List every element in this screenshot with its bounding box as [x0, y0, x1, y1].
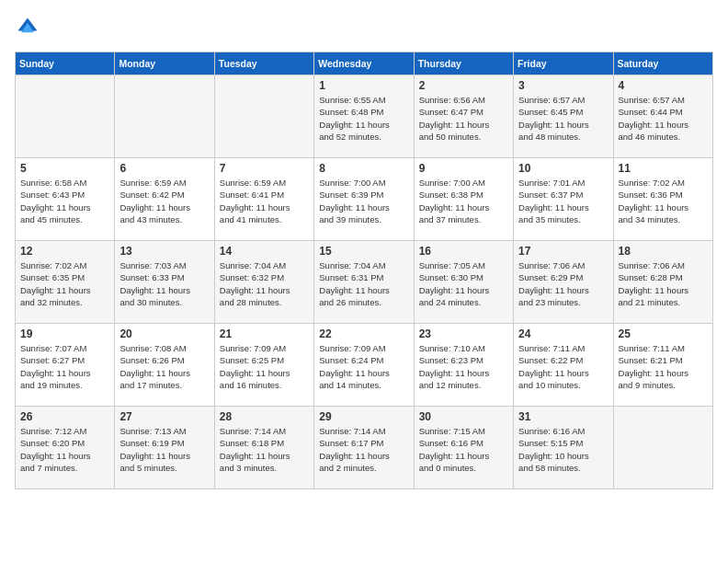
calendar-cell: [214, 75, 313, 158]
day-info: Sunrise: 7:06 AM Sunset: 6:29 PM Dayligh…: [518, 259, 608, 308]
calendar-cell: [613, 407, 712, 489]
day-info: Sunrise: 7:05 AM Sunset: 6:30 PM Dayligh…: [419, 259, 508, 308]
day-info: Sunrise: 7:04 AM Sunset: 6:32 PM Dayligh…: [220, 259, 309, 308]
day-number: 3: [518, 79, 608, 92]
day-info: Sunrise: 7:10 AM Sunset: 6:23 PM Dayligh…: [419, 342, 508, 391]
day-info: Sunrise: 6:57 AM Sunset: 6:44 PM Dayligh…: [619, 94, 708, 143]
day-number: 18: [619, 245, 708, 258]
day-number: 5: [20, 162, 109, 175]
day-info: Sunrise: 7:09 AM Sunset: 6:25 PM Dayligh…: [220, 342, 309, 391]
calendar-cell: 14Sunrise: 7:04 AM Sunset: 6:32 PM Dayli…: [214, 241, 313, 324]
day-number: 26: [20, 410, 109, 423]
calendar-week-row: 26Sunrise: 7:12 AM Sunset: 6:20 PM Dayli…: [16, 407, 713, 489]
calendar-cell: 2Sunrise: 6:56 AM Sunset: 6:47 PM Daylig…: [414, 75, 513, 158]
day-number: 4: [619, 79, 708, 92]
day-info: Sunrise: 7:03 AM Sunset: 6:33 PM Dayligh…: [119, 259, 209, 308]
calendar-cell: 22Sunrise: 7:09 AM Sunset: 6:24 PM Dayli…: [314, 324, 414, 407]
day-header-saturday: Saturday: [613, 52, 712, 75]
day-number: 16: [419, 245, 508, 258]
day-info: Sunrise: 7:02 AM Sunset: 6:35 PM Dayligh…: [20, 259, 109, 308]
calendar-cell: 28Sunrise: 7:14 AM Sunset: 6:18 PM Dayli…: [214, 407, 313, 489]
calendar-cell: 31Sunrise: 6:16 AM Sunset: 5:15 PM Dayli…: [514, 407, 613, 489]
day-header-sunday: Sunday: [16, 52, 115, 75]
day-number: 8: [319, 162, 408, 175]
day-number: 28: [220, 410, 309, 423]
calendar-cell: 23Sunrise: 7:10 AM Sunset: 6:23 PM Dayli…: [414, 324, 513, 407]
day-number: 9: [419, 162, 508, 175]
day-info: Sunrise: 6:59 AM Sunset: 6:42 PM Dayligh…: [119, 177, 209, 225]
calendar-cell: 17Sunrise: 7:06 AM Sunset: 6:29 PM Dayli…: [514, 241, 613, 324]
day-number: 23: [419, 327, 508, 340]
day-header-wednesday: Wednesday: [314, 52, 414, 75]
day-info: Sunrise: 7:15 AM Sunset: 6:16 PM Dayligh…: [419, 425, 508, 474]
calendar-cell: 15Sunrise: 7:04 AM Sunset: 6:31 PM Dayli…: [314, 241, 414, 324]
day-info: Sunrise: 7:09 AM Sunset: 6:24 PM Dayligh…: [319, 342, 408, 391]
day-info: Sunrise: 6:16 AM Sunset: 5:15 PM Dayligh…: [518, 425, 608, 474]
day-number: 12: [20, 245, 109, 258]
day-info: Sunrise: 7:08 AM Sunset: 6:26 PM Dayligh…: [119, 342, 209, 391]
day-number: 17: [518, 245, 608, 258]
calendar-cell: 12Sunrise: 7:02 AM Sunset: 6:35 PM Dayli…: [16, 241, 115, 324]
calendar-cell: 21Sunrise: 7:09 AM Sunset: 6:25 PM Dayli…: [214, 324, 313, 407]
calendar-cell: [115, 75, 214, 158]
day-info: Sunrise: 7:12 AM Sunset: 6:20 PM Dayligh…: [20, 425, 109, 474]
day-info: Sunrise: 7:06 AM Sunset: 6:28 PM Dayligh…: [619, 259, 708, 308]
calendar-cell: [16, 75, 115, 158]
day-info: Sunrise: 7:13 AM Sunset: 6:19 PM Dayligh…: [119, 425, 209, 474]
day-number: 2: [419, 79, 508, 92]
calendar-cell: 27Sunrise: 7:13 AM Sunset: 6:19 PM Dayli…: [115, 407, 214, 489]
day-info: Sunrise: 7:04 AM Sunset: 6:31 PM Dayligh…: [319, 259, 408, 308]
calendar-week-row: 1Sunrise: 6:55 AM Sunset: 6:48 PM Daylig…: [16, 75, 713, 158]
calendar-cell: 4Sunrise: 6:57 AM Sunset: 6:44 PM Daylig…: [613, 75, 712, 158]
day-header-monday: Monday: [115, 52, 214, 75]
day-number: 15: [319, 245, 408, 258]
day-info: Sunrise: 7:11 AM Sunset: 6:21 PM Dayligh…: [619, 342, 708, 391]
calendar-cell: 25Sunrise: 7:11 AM Sunset: 6:21 PM Dayli…: [613, 324, 712, 407]
day-info: Sunrise: 6:57 AM Sunset: 6:45 PM Dayligh…: [518, 94, 608, 143]
day-info: Sunrise: 7:01 AM Sunset: 6:37 PM Dayligh…: [518, 177, 608, 225]
day-number: 30: [419, 410, 508, 423]
day-number: 7: [220, 162, 309, 175]
day-number: 20: [119, 327, 209, 340]
day-number: 13: [119, 245, 209, 258]
day-number: 10: [518, 162, 608, 175]
calendar-cell: 8Sunrise: 7:00 AM Sunset: 6:39 PM Daylig…: [314, 158, 414, 241]
calendar-table: SundayMondayTuesdayWednesdayThursdayFrid…: [15, 52, 713, 489]
calendar-cell: 7Sunrise: 6:59 AM Sunset: 6:41 PM Daylig…: [214, 158, 313, 241]
calendar-cell: 6Sunrise: 6:59 AM Sunset: 6:42 PM Daylig…: [115, 158, 214, 241]
calendar-cell: 30Sunrise: 7:15 AM Sunset: 6:16 PM Dayli…: [414, 407, 513, 489]
calendar-cell: 10Sunrise: 7:01 AM Sunset: 6:37 PM Dayli…: [514, 158, 613, 241]
calendar-cell: 13Sunrise: 7:03 AM Sunset: 6:33 PM Dayli…: [115, 241, 214, 324]
calendar-header-row: SundayMondayTuesdayWednesdayThursdayFrid…: [16, 52, 713, 75]
calendar-cell: 11Sunrise: 7:02 AM Sunset: 6:36 PM Dayli…: [613, 158, 712, 241]
day-number: 6: [119, 162, 209, 175]
day-header-tuesday: Tuesday: [214, 52, 313, 75]
calendar-cell: 29Sunrise: 7:14 AM Sunset: 6:17 PM Dayli…: [314, 407, 414, 489]
day-info: Sunrise: 7:14 AM Sunset: 6:18 PM Dayligh…: [220, 425, 309, 474]
day-number: 31: [518, 410, 608, 423]
calendar-cell: 19Sunrise: 7:07 AM Sunset: 6:27 PM Dayli…: [16, 324, 115, 407]
day-info: Sunrise: 6:58 AM Sunset: 6:43 PM Dayligh…: [20, 177, 109, 225]
calendar-week-row: 5Sunrise: 6:58 AM Sunset: 6:43 PM Daylig…: [16, 158, 713, 241]
calendar-cell: 16Sunrise: 7:05 AM Sunset: 6:30 PM Dayli…: [414, 241, 513, 324]
calendar-cell: 26Sunrise: 7:12 AM Sunset: 6:20 PM Dayli…: [16, 407, 115, 489]
day-info: Sunrise: 7:02 AM Sunset: 6:36 PM Dayligh…: [619, 177, 708, 225]
day-info: Sunrise: 6:55 AM Sunset: 6:48 PM Dayligh…: [319, 94, 408, 143]
day-number: 14: [220, 245, 309, 258]
day-number: 19: [20, 327, 109, 340]
page-header: [15, 15, 713, 40]
day-header-friday: Friday: [514, 52, 613, 75]
logo: [15, 15, 44, 40]
calendar-cell: 24Sunrise: 7:11 AM Sunset: 6:22 PM Dayli…: [514, 324, 613, 407]
day-number: 22: [319, 327, 408, 340]
calendar-week-row: 19Sunrise: 7:07 AM Sunset: 6:27 PM Dayli…: [16, 324, 713, 407]
day-info: Sunrise: 6:59 AM Sunset: 6:41 PM Dayligh…: [220, 177, 309, 225]
calendar-cell: 18Sunrise: 7:06 AM Sunset: 6:28 PM Dayli…: [613, 241, 712, 324]
calendar-week-row: 12Sunrise: 7:02 AM Sunset: 6:35 PM Dayli…: [16, 241, 713, 324]
calendar-cell: 3Sunrise: 6:57 AM Sunset: 6:45 PM Daylig…: [514, 75, 613, 158]
logo-icon: [15, 15, 40, 40]
calendar-cell: 1Sunrise: 6:55 AM Sunset: 6:48 PM Daylig…: [314, 75, 414, 158]
calendar-cell: 9Sunrise: 7:00 AM Sunset: 6:38 PM Daylig…: [414, 158, 513, 241]
day-number: 25: [619, 327, 708, 340]
day-number: 11: [619, 162, 708, 175]
